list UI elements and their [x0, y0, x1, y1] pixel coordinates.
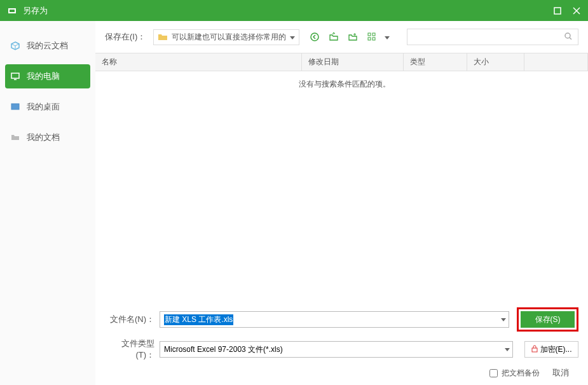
save-highlight: 保存(S)	[517, 307, 578, 332]
filename-input[interactable]: 新建 XLS 工作表.xls	[160, 311, 509, 328]
backup-checkbox[interactable]	[489, 369, 498, 377]
chevron-down-icon[interactable]	[501, 315, 506, 324]
encrypt-button[interactable]: 加密(E)...	[524, 341, 578, 358]
back-icon[interactable]	[308, 31, 321, 43]
folder-dropdown[interactable]: 可以新建也可以直接选择你常用的	[153, 29, 299, 45]
desktop-icon	[10, 102, 20, 112]
column-extra[interactable]	[524, 53, 588, 71]
file-list: 名称 修改日期 类型 大小 没有与搜索条件匹配的项。	[95, 53, 588, 301]
svg-line-9	[15, 44, 19, 46]
svg-line-8	[11, 44, 15, 46]
column-name[interactable]: 名称	[95, 53, 302, 71]
chevron-down-icon[interactable]	[505, 345, 510, 354]
sidebar-item-label: 我的文档	[27, 132, 60, 143]
svg-point-15	[311, 33, 318, 41]
search-box[interactable]	[407, 29, 578, 45]
sidebar-item-documents[interactable]: 我的文档	[0, 125, 95, 150]
svg-marker-27	[505, 348, 510, 351]
sidebar-item-label: 我的电脑	[27, 71, 60, 82]
sidebar-item-cloud[interactable]: 我的云文档	[0, 34, 95, 58]
chevron-down-icon[interactable]	[385, 32, 390, 42]
search-input[interactable]	[413, 32, 564, 41]
backup-label: 把文档备份	[502, 368, 540, 379]
cube-icon	[10, 41, 20, 51]
sidebar: 我的云文档 我的电脑 我的桌面 我的文档	[0, 21, 95, 385]
folder-icon	[10, 132, 20, 143]
new-folder-icon[interactable]	[346, 31, 359, 43]
filename-label: 文件名(N)：	[105, 314, 154, 325]
empty-message: 没有与搜索条件匹配的项。	[102, 79, 582, 90]
bottom-panel: 文件名(N)： 新建 XLS 工作表.xls 保存(S) 文件类型(T)： Mi…	[95, 301, 588, 385]
lock-icon	[531, 345, 538, 354]
cancel-button[interactable]: 取消	[552, 367, 569, 379]
filetype-label: 文件类型(T)：	[105, 338, 154, 361]
up-folder-icon[interactable]	[327, 31, 340, 43]
save-button[interactable]: 保存(S)	[521, 311, 575, 328]
svg-point-24	[565, 33, 570, 38]
folder-name: 可以新建也可以直接选择你常用的	[172, 32, 286, 43]
svg-rect-28	[532, 348, 537, 352]
column-type[interactable]: 类型	[404, 53, 467, 71]
svg-rect-11	[11, 73, 19, 78]
chevron-down-icon	[290, 32, 295, 42]
column-size[interactable]: 大小	[467, 53, 524, 71]
svg-rect-4	[554, 8, 561, 14]
sidebar-item-label: 我的桌面	[27, 101, 60, 113]
backup-checkbox-row[interactable]: 把文档备份	[489, 368, 540, 379]
svg-marker-14	[290, 36, 295, 39]
folder-icon	[158, 32, 168, 41]
file-list-header: 名称 修改日期 类型 大小	[95, 53, 588, 71]
svg-marker-26	[501, 318, 506, 321]
search-icon[interactable]	[564, 32, 573, 43]
svg-rect-22	[373, 38, 375, 40]
maximize-icon[interactable]	[552, 6, 563, 16]
svg-rect-19	[368, 33, 371, 36]
titlebar: 另存为	[0, 0, 588, 21]
monitor-icon	[10, 71, 20, 81]
app-logo-icon	[6, 5, 18, 17]
svg-marker-23	[385, 36, 390, 39]
sidebar-item-desktop[interactable]: 我的桌面	[0, 95, 95, 119]
save-in-label: 保存在(I)：	[105, 31, 146, 43]
svg-rect-13	[11, 104, 19, 109]
view-icon[interactable]	[366, 31, 378, 43]
sidebar-item-computer[interactable]: 我的电脑	[5, 64, 90, 88]
close-icon[interactable]	[571, 6, 582, 16]
window-title: 另存为	[23, 5, 552, 17]
sidebar-item-label: 我的云文档	[27, 40, 68, 52]
column-date[interactable]: 修改日期	[302, 53, 404, 71]
filetype-dropdown[interactable]: Microsoft Excel 97-2003 文件(*.xls)	[160, 341, 513, 358]
filename-value: 新建 XLS 工作表.xls	[164, 314, 233, 325]
svg-rect-3	[15, 8, 16, 13]
svg-line-25	[570, 38, 571, 39]
svg-rect-20	[373, 33, 375, 36]
svg-rect-21	[368, 38, 371, 40]
svg-rect-2	[8, 8, 10, 13]
filetype-value: Microsoft Excel 97-2003 文件(*.xls)	[164, 344, 283, 355]
toolbar: 保存在(I)： 可以新建也可以直接选择你常用的	[95, 21, 588, 53]
